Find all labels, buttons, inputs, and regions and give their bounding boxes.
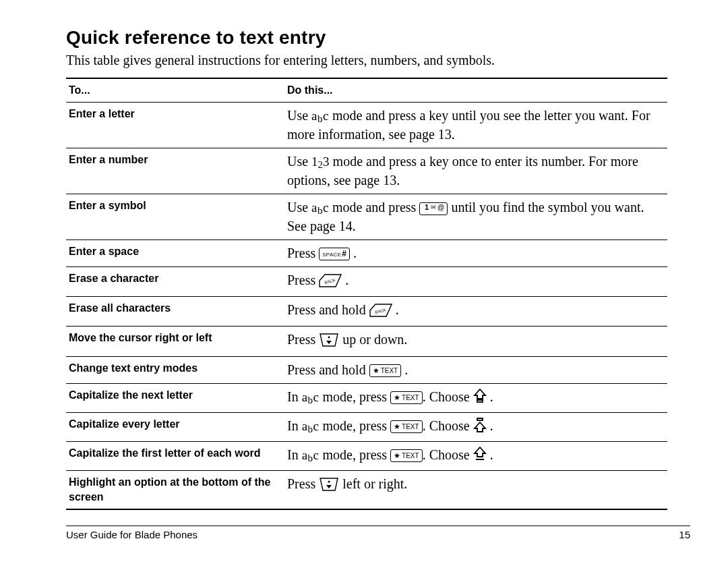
- svg-rect-11: [477, 400, 483, 402]
- row-instruction: Use abc mode and press 1✉@ until you fin…: [284, 194, 667, 240]
- table-row: Move the cursor right or left Press up o…: [66, 327, 667, 357]
- nav-key-icon: [319, 333, 339, 352]
- row-label: Enter a letter: [66, 102, 284, 148]
- abc-mode-icon: abc: [302, 390, 320, 404]
- table-row: Erase all characters Press and hold BACK…: [66, 297, 667, 327]
- abc-mode-icon: abc: [302, 448, 320, 462]
- row-instruction: Use 123 mode and press a key once to ent…: [284, 148, 667, 194]
- svg-point-17: [328, 481, 330, 483]
- page-footer: User Guide for Blade Phones 15: [66, 526, 690, 540]
- cap-first-icon: [473, 447, 487, 466]
- row-instruction: Press left or right.: [284, 471, 667, 509]
- table-row: Enter a number Use 123 mode and press a …: [66, 148, 667, 194]
- table-row: Change text entry modes Press and hold T…: [66, 357, 667, 384]
- row-label: Change text entry modes: [66, 357, 284, 384]
- cap-next-icon: [473, 389, 487, 408]
- page-title: Quick reference to text entry: [66, 27, 667, 49]
- row-label: Capitalize every letter: [66, 413, 284, 442]
- row-label: Highlight an option at the bottom of the…: [66, 471, 284, 509]
- svg-marker-14: [475, 447, 485, 457]
- row-label: Erase a character: [66, 267, 284, 297]
- table-row: Capitalize the next letter In abc mode, …: [66, 384, 667, 413]
- row-label: Capitalize the first letter of each word: [66, 442, 284, 471]
- header-to: To...: [66, 78, 284, 102]
- abc-mode-icon: abc: [311, 109, 329, 123]
- svg-marker-13: [475, 422, 485, 432]
- svg-marker-7: [320, 334, 338, 346]
- nav-key-icon: [319, 477, 339, 497]
- back-key-icon: BACK: [319, 274, 342, 292]
- svg-rect-12: [477, 418, 483, 420]
- svg-marker-10: [475, 389, 485, 399]
- row-label: Enter a number: [66, 148, 284, 194]
- row-label: Enter a space: [66, 240, 284, 267]
- footer-title: User Guide for Blade Phones: [66, 529, 198, 540]
- row-instruction: In abc mode, press TEXT. Choose .: [284, 413, 667, 442]
- table-row: Enter a space Press .: [66, 240, 667, 267]
- reference-table: To... Do this... Enter a letter Use abc …: [66, 78, 667, 510]
- space-hash-key-icon: [319, 248, 350, 260]
- row-label: Erase all characters: [66, 297, 284, 327]
- table-row: Enter a letter Use abc mode and press a …: [66, 102, 667, 148]
- table-row: Enter a symbol Use abc mode and press 1✉…: [66, 194, 667, 240]
- table-row: Highlight an option at the bottom of the…: [66, 471, 667, 509]
- svg-point-8: [328, 337, 330, 339]
- cap-every-icon: [473, 418, 487, 437]
- header-do: Do this...: [284, 78, 667, 102]
- abc-mode-icon: abc: [302, 419, 320, 433]
- svg-text:@: @: [437, 204, 444, 211]
- row-instruction: Press up or down.: [284, 327, 667, 357]
- svg-text:1: 1: [425, 203, 429, 211]
- star-text-key-icon: TEXT: [369, 364, 402, 377]
- row-instruction: Press BACK .: [284, 267, 667, 297]
- row-instruction: In abc mode, press TEXT. Choose .: [284, 442, 667, 471]
- row-label: Move the cursor right or left: [66, 327, 284, 357]
- table-header-row: To... Do this...: [66, 78, 667, 102]
- page-number: 15: [679, 529, 690, 540]
- row-instruction: In abc mode, press TEXT. Choose .: [284, 384, 667, 413]
- star-text-key-icon: TEXT: [390, 391, 423, 404]
- intro-text: This table gives general instructions fo…: [66, 53, 667, 68]
- table-row: Erase a character Press BACK .: [66, 267, 667, 297]
- table-row: Capitalize the first letter of each word…: [66, 442, 667, 471]
- row-instruction: Press and hold TEXT .: [284, 357, 667, 384]
- row-instruction: Press and hold BACK .: [284, 297, 667, 327]
- row-instruction: Use abc mode and press a key until you s…: [284, 102, 667, 148]
- 123-mode-icon: 123: [311, 154, 330, 169]
- svg-marker-16: [320, 478, 338, 490]
- svg-text:✉: ✉: [431, 204, 436, 210]
- row-label: Enter a symbol: [66, 194, 284, 240]
- back-key-icon: BACK: [369, 304, 392, 322]
- row-label: Capitalize the next letter: [66, 384, 284, 413]
- abc-mode-icon: abc: [311, 200, 329, 215]
- one-key-icon: 1✉@: [419, 202, 448, 215]
- row-instruction: Press .: [284, 240, 667, 267]
- table-row: Capitalize every letter In abc mode, pre…: [66, 413, 667, 442]
- star-text-key-icon: TEXT: [390, 420, 423, 433]
- star-text-key-icon: TEXT: [390, 449, 423, 462]
